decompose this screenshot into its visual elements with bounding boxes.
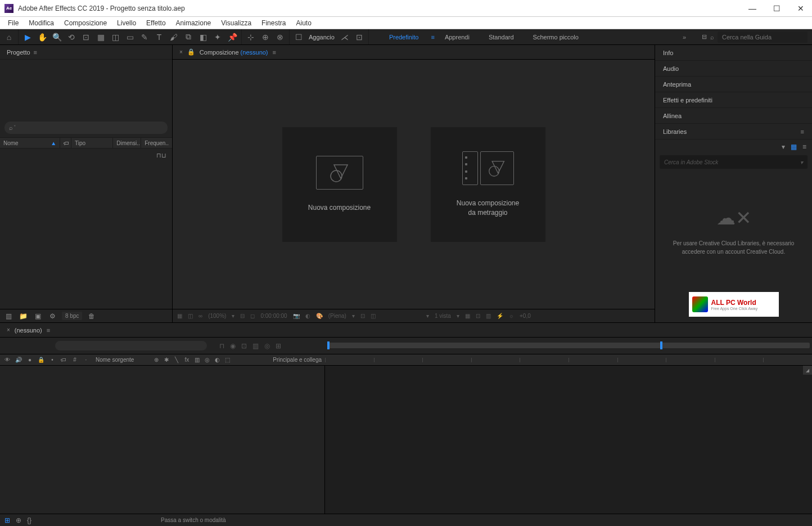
timeline-tab-close[interactable]: × [7, 327, 10, 333]
motion-blur-icon[interactable]: ◎ [264, 342, 270, 350]
menu-aiuto[interactable]: Aiuto [291, 18, 315, 28]
new-composition-from-footage-card[interactable]: Nuova composizioneda metraggio [431, 127, 545, 242]
col-frequenza[interactable]: Frequen.. [141, 138, 172, 148]
timeline-track-area[interactable]: ◢ [325, 366, 812, 514]
world-axis-icon[interactable]: ⊕ [259, 30, 272, 44]
snap-options-icon[interactable]: ⋌ [338, 30, 351, 44]
effects-icon[interactable]: fx [183, 356, 191, 364]
timeline-panel-menu-icon[interactable]: ≡ [47, 327, 50, 334]
comp-lock-icon[interactable]: 🔒 [187, 48, 195, 56]
audio-switch-icon[interactable]: 🔊 [15, 356, 22, 364]
timeline-scrubber[interactable] [327, 343, 810, 348]
lock-switch-icon[interactable]: 🔒 [37, 356, 45, 364]
draft-3d-icon[interactable]: ◉ [230, 342, 236, 350]
comp-tab-label[interactable]: Composizione (nessuno) [200, 49, 268, 56]
menu-visualizza[interactable]: Visualizza [216, 18, 256, 28]
frame-blend-icon[interactable]: ▥ [252, 342, 259, 350]
project-content[interactable]: ⊓⊔ [0, 149, 172, 309]
show-channel-icon[interactable]: ◐ [305, 313, 310, 319]
workspace-overflow-icon[interactable]: » [683, 34, 686, 41]
panel-effetti[interactable]: Effetti e predefiniti [655, 92, 812, 108]
exposure-value[interactable]: +0,0 [520, 313, 531, 319]
project-settings-icon[interactable]: ⚙ [47, 312, 57, 320]
resolution-icon[interactable]: ⊟ [240, 313, 245, 319]
timeline-ruler[interactable] [325, 354, 812, 365]
scroll-corner-icon[interactable]: ◢ [803, 366, 812, 375]
pen-tool[interactable]: ✎ [138, 30, 151, 44]
brush-tool[interactable]: 🖌 [167, 30, 181, 44]
selection-tool[interactable]: ▶ [21, 30, 34, 44]
solo-switch-icon[interactable]: ● [26, 356, 34, 364]
source-name-column[interactable]: Nome sorgente [96, 357, 134, 363]
toggle-alpha-icon[interactable]: ▦ [177, 313, 182, 319]
snap-edges-icon[interactable]: ⊡ [353, 30, 366, 44]
workspace-menu-icon[interactable]: ≡ [431, 34, 434, 41]
timecode[interactable]: 0:00:00:00 [260, 313, 287, 319]
lib-list-view-icon[interactable]: ≡ [802, 143, 806, 151]
quality-icon[interactable]: ╲ [173, 356, 181, 364]
comp-mini-flowchart-icon[interactable]: ⊓ [219, 342, 224, 350]
index-column-icon[interactable]: # [71, 356, 79, 364]
panel-info[interactable]: Info [655, 45, 812, 61]
fast-preview-icon[interactable]: ⊡ [360, 313, 365, 319]
zoom-tool[interactable]: 🔍 [50, 30, 64, 44]
shy-icon[interactable]: ⊕ [152, 356, 160, 364]
maximize-button[interactable]: ☐ [770, 2, 784, 15]
timeline-search[interactable] [55, 341, 207, 350]
menu-modifica[interactable]: Modifica [24, 18, 58, 28]
view-axis-icon[interactable]: ⊗ [273, 30, 287, 44]
home-button[interactable]: ⌂ [2, 30, 16, 44]
menu-file[interactable]: File [3, 18, 23, 28]
bpc-indicator[interactable]: 8 bpc [62, 312, 82, 320]
col-nome[interactable]: Nome ▲ [0, 138, 60, 148]
menu-animazione[interactable]: Animazione [172, 18, 216, 28]
project-search[interactable]: ⌕˅ [4, 122, 168, 134]
new-composition-card[interactable]: Nuova composizione [282, 127, 397, 242]
roto-tool[interactable]: ✦ [211, 30, 224, 44]
project-tab[interactable]: Progetto [7, 49, 30, 56]
collapse-icon[interactable]: ✱ [163, 356, 170, 364]
ruler-icon[interactable]: ◫ [371, 313, 376, 319]
label-switch-icon[interactable]: 🏷 [60, 356, 67, 364]
toggle-transparent-icon[interactable]: ∞ [199, 313, 202, 319]
3d-layer-icon[interactable]: ⬚ [223, 356, 231, 364]
menu-finestra[interactable]: Finestra [257, 18, 290, 28]
hand-tool[interactable]: ✋ [35, 30, 49, 44]
panel-audio[interactable]: Audio [655, 61, 812, 77]
roi-icon[interactable]: ◻ [250, 313, 255, 319]
toggle-brackets-icon[interactable]: {} [27, 516, 31, 524]
new-folder-icon[interactable]: 📁 [18, 312, 28, 320]
clone-tool[interactable]: ⧉ [182, 30, 195, 44]
graph-editor-icon[interactable]: ⊞ [276, 342, 281, 350]
scrub-handle-right[interactable] [660, 341, 662, 349]
comp-panel-menu-icon[interactable]: ≡ [273, 49, 276, 56]
panel-libraries[interactable]: Libraries ≡ [655, 124, 812, 140]
puppet-tool[interactable]: 📌 [225, 30, 239, 44]
frame-blend-col-icon[interactable]: ▥ [193, 356, 201, 364]
mode-switch-label[interactable]: Passa a switch o modalità [161, 517, 226, 523]
panel-allinea[interactable]: Allinea [655, 108, 812, 124]
rotation-tool[interactable]: ⊡ [79, 30, 93, 44]
snap-checkbox[interactable]: ☐ [292, 30, 305, 44]
resolution-select[interactable]: (Piena) [328, 313, 346, 319]
search-input[interactable] [718, 32, 808, 43]
close-button[interactable]: ✕ [794, 2, 808, 15]
panel-overflow-icon[interactable]: ⊟ [702, 33, 707, 41]
video-switch-icon[interactable]: 👁 [3, 356, 11, 364]
eraser-tool[interactable]: ◧ [196, 30, 210, 44]
view-layout-icon[interactable]: ▦ [465, 313, 470, 319]
snapshot-icon[interactable]: 📷 [293, 313, 300, 319]
toggle-mask-icon[interactable]: ◫ [188, 313, 193, 319]
minimize-button[interactable]: — [745, 2, 760, 15]
adjustment-icon[interactable]: ◐ [213, 356, 221, 364]
view-3d-icon[interactable]: ⊡ [476, 313, 480, 319]
col-tipo[interactable]: Tipo [71, 138, 113, 148]
zoom-level[interactable]: (100%) [208, 313, 226, 319]
local-axis-icon[interactable]: ⊹ [244, 30, 258, 44]
workspace-standard[interactable]: Standard [480, 32, 523, 43]
panel-anteprima[interactable]: Anteprima [655, 77, 812, 92]
view-count[interactable]: 1 vista [435, 313, 451, 319]
motion-blur-col-icon[interactable]: ◎ [203, 356, 211, 364]
hide-shy-icon[interactable]: ⊡ [241, 342, 247, 350]
libraries-menu-icon[interactable]: ≡ [801, 128, 804, 135]
